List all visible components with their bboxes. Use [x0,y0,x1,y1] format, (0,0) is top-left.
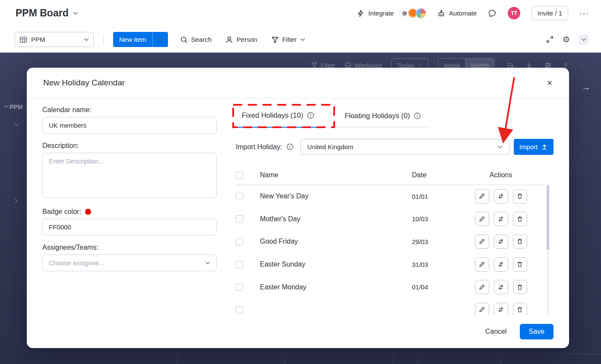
swap-arrows-icon [497,306,504,313]
new-item-dropdown-button[interactable] [152,32,168,47]
row-checkbox[interactable] [236,306,243,314]
integrate-button[interactable]: Integrate [357,8,426,19]
chevron-down-icon [84,38,89,41]
scrollbar-track[interactable] [547,185,549,315]
trash-icon [516,238,523,245]
new-item-button[interactable]: New item [113,32,152,47]
person-label: Person [237,36,257,43]
holidays-panel: Fixed Holidays (10) Floating Holidays (0… [236,106,554,315]
edit-button[interactable] [475,303,489,315]
row-checkbox[interactable] [236,215,243,223]
filter-funnel-icon [271,36,279,44]
edit-button[interactable] [475,280,489,294]
toolbar-divider [103,35,104,45]
toolbar-items: Search Person Filter [180,36,305,44]
delete-button[interactable] [513,235,527,249]
column-header-name: Name [260,171,412,179]
move-button[interactable] [494,303,508,315]
column-header-date: Date [412,171,464,179]
holiday-table-header: Name Date Actions [236,167,549,185]
row-checkbox[interactable] [236,193,243,200]
edit-button[interactable] [475,189,489,204]
description-label: Description: [42,142,217,150]
tab-floating-holidays[interactable]: Floating Holidays (0) [338,109,432,127]
move-button[interactable] [494,257,508,272]
chat-icon[interactable] [488,9,497,18]
edit-button[interactable] [475,212,489,226]
edit-button[interactable] [475,235,489,249]
holiday-rows: New Year's Day 01/01 Mother's Day 10/03 [236,185,549,315]
invite-button[interactable]: Invite / 1 [531,6,568,20]
calendar-name-input[interactable] [42,117,217,134]
delete-button[interactable] [513,303,527,315]
board-more-icon[interactable]: ··· [579,62,585,69]
group-expand-icon[interactable] [15,198,18,204]
more-menu-icon[interactable]: ··· [579,9,589,18]
board-toolbar: PPM New item Search Person Filter ⚙ [0,26,601,53]
table-icon [19,36,27,44]
edit-button[interactable] [475,257,489,272]
chevron-down-icon [581,38,586,41]
search-button[interactable]: Search [180,36,212,44]
badge-color-label-text: Badge color: [42,208,81,216]
scrollbar-thumb[interactable] [547,185,549,250]
cancel-button[interactable]: Cancel [485,328,507,336]
gear-icon[interactable]: ⚙ [563,35,570,44]
integrate-icon [357,9,364,17]
country-select[interactable]: United Kingdom [300,139,509,155]
move-button[interactable] [494,280,508,294]
delete-button[interactable] [513,280,527,294]
board-view-label: PPM [31,36,45,43]
person-filter-button[interactable]: Person [225,36,257,44]
delete-button[interactable] [513,189,527,204]
swap-arrows-icon [497,193,504,200]
delete-button[interactable] [513,212,527,226]
search-icon [180,36,188,44]
table-row: New Year's Day 01/01 [236,185,549,208]
save-button[interactable]: Save [520,324,554,339]
automate-robot-icon [437,9,445,17]
select-all-checkbox[interactable] [236,172,243,179]
avatar[interactable]: TT [508,7,520,19]
move-button[interactable] [494,212,508,226]
chevron-down-icon [300,38,305,41]
holiday-name: Good Friday [260,238,412,245]
board-title-menu[interactable]: PPM Board [16,7,78,19]
automate-button[interactable]: Automate [437,9,477,17]
move-button[interactable] [494,235,508,249]
import-button[interactable]: Import [514,139,554,155]
row-checkbox[interactable] [236,283,243,291]
integrate-label: Integrate [368,9,394,17]
row-checkbox[interactable] [236,238,243,245]
info-icon [414,112,421,119]
expand-fullscreen-icon[interactable] [546,35,554,44]
holiday-date: 31/03 [412,261,464,268]
row-checkbox[interactable] [236,261,243,268]
scroll-right-arrow[interactable]: → [582,82,591,92]
table-row: Mother's Day 10/03 [236,208,549,231]
board-view-selector[interactable]: PPM [15,32,94,47]
filter-button[interactable]: Filter [271,36,305,44]
swap-arrows-icon [497,216,504,223]
close-icon[interactable]: ✕ [547,79,553,87]
holiday-name: New Year's Day [260,192,412,200]
description-textarea[interactable] [42,153,217,198]
trash-icon [516,193,523,200]
import-holiday-row: Import Holiday: United Kingdom Import [236,139,554,155]
pencil-icon [478,261,485,268]
chevron-down-icon [418,63,423,67]
assignee-select[interactable]: Choose assignee... [42,254,217,271]
holiday-name: Mother's Day [260,215,412,223]
badge-color-input[interactable] [42,219,217,235]
trash-icon [516,284,523,291]
group-collapse-icon[interactable] [3,105,9,108]
collapse-header-button[interactable] [579,35,589,45]
delete-button[interactable] [513,257,527,272]
new-item-split-button: New item [113,32,168,47]
tab-fixed-holidays[interactable]: Fixed Holidays (10) [236,109,326,128]
group-collapse-icon[interactable] [14,123,19,126]
move-button[interactable] [494,189,508,204]
holiday-date: 29/03 [412,238,464,245]
modal-title: New Holiday Calendar [43,78,125,88]
country-select-value: United Kingdom [307,143,354,151]
